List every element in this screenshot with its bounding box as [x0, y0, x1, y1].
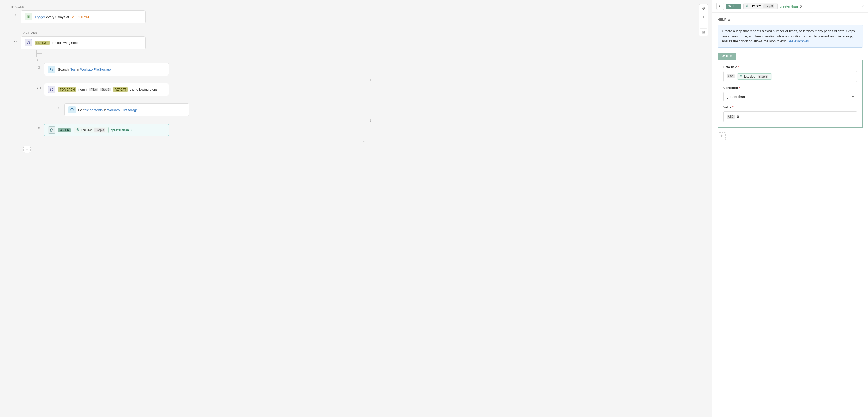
add-step-container: +: [23, 146, 702, 153]
data-field-step-badge: Step 3: [757, 75, 769, 78]
condition-select[interactable]: is present is not present equals does no…: [723, 92, 857, 101]
arrow-to-5: ↓: [54, 97, 702, 103]
step-number-2: ▾ 2: [10, 36, 21, 43]
step-cell-1: Trigger every 5 days at 12:00:00 AM: [21, 10, 702, 23]
help-content: Create a loop that repeats a fixed numbe…: [717, 25, 863, 48]
zoom-in-button[interactable]: +: [700, 13, 707, 20]
condition-required: *: [739, 86, 740, 90]
header-condition: greater than: [780, 4, 798, 8]
bottom-arrow: ↓: [26, 138, 702, 144]
trigger-icon: [25, 13, 32, 21]
value-required: *: [732, 106, 734, 109]
collapse-2[interactable]: ▾: [13, 40, 15, 43]
trigger-time: 12:00:00 AM: [70, 15, 89, 19]
step-card-while[interactable]: WHILE List size Step 3 greater t: [44, 124, 169, 137]
arrow-5-6: ↓: [39, 117, 702, 124]
header-while-badge: WHILE: [726, 4, 741, 9]
get-icon: [68, 106, 75, 113]
step-card-get[interactable]: Get file contents in Workato FileStorage: [64, 103, 189, 116]
step-row-1: 1 Trigger every 5 days at 12:00:00 AM: [10, 10, 702, 23]
while-step-text: WHILE List size Step 3 greater t: [58, 127, 132, 133]
step-row-5: 5 Get file contents in: [54, 103, 702, 116]
data-field-label: Data field *: [723, 65, 857, 69]
arrow-3-4: ↓: [39, 77, 702, 83]
back-button[interactable]: [716, 3, 724, 10]
step-number-6: 6: [34, 124, 44, 130]
search-icon: [48, 66, 55, 73]
header-pill-label: List size: [750, 4, 762, 8]
get-text: Get file contents in Workato FileStorage: [78, 108, 138, 112]
refresh-button[interactable]: ↺: [700, 5, 707, 12]
help-chevron: ∧: [728, 18, 731, 22]
header-pill-icon: [746, 4, 749, 8]
step-cell-5: Get file contents in Workato FileStorage: [64, 103, 702, 116]
foreach-icon: [48, 86, 55, 93]
step-row-3: 3 Search files in Workato FileStorage: [34, 63, 702, 76]
step-card-trigger[interactable]: Trigger every 5 days at 12:00:00 AM: [21, 10, 146, 23]
data-field-required: *: [738, 65, 739, 69]
while-step-ref: Step 3: [94, 128, 105, 132]
condition-label: Condition *: [723, 86, 857, 90]
value-abc: ABC: [726, 115, 735, 118]
trigger-text: Trigger every 5 days at 12:00:00 AM: [35, 15, 89, 19]
repeat-badge-4: REPEAT: [113, 88, 128, 92]
while-condition: greater than 0: [111, 128, 132, 132]
step-card-search[interactable]: Search files in Workato FileStorage: [44, 63, 169, 76]
step-number-5: 5: [54, 103, 64, 110]
step-row-4: ▾ 4 FOR EACH item in Files Step: [34, 83, 702, 96]
header-value: 0: [800, 4, 802, 8]
canvas-panel: ↺ + − ⊞ TRIGGER 1 Trigger every 5: [0, 0, 712, 417]
fit-button[interactable]: ⊞: [700, 28, 707, 36]
zoom-out-button[interactable]: −: [700, 21, 707, 28]
files-link: files: [70, 67, 75, 71]
filestorage-link-5: Workato FileStorage: [107, 108, 138, 112]
while-icon: [48, 126, 55, 134]
while-pill: List size Step 3: [74, 127, 108, 133]
nested-under-4: ↓ 5: [47, 97, 702, 117]
arrow-to-3: ↓: [34, 57, 702, 63]
panel-header: WHILE List size Step 3 greater than 0 ×: [712, 0, 868, 13]
trigger-text-prefix: every 5 days at: [46, 15, 70, 19]
repeat-text: REPEAT the following steps: [35, 41, 79, 45]
collapse-4[interactable]: ▾: [37, 87, 38, 90]
step-cell-2: REPEAT the following steps: [21, 36, 702, 49]
step-card-foreach[interactable]: FOR EACH item in Files Step 3 REPEAT the…: [44, 83, 169, 96]
actions-section-label: ACTIONS: [23, 31, 702, 34]
step-row-2: ▾ 2 REPEAT the following steps: [10, 36, 702, 49]
help-label: HELP: [717, 18, 726, 22]
step3-badge: Step 3: [100, 88, 111, 91]
add-step-button[interactable]: +: [23, 146, 31, 153]
condition-select-wrapper: is present is not present equals does no…: [723, 92, 857, 101]
foreach-badge: FOR EACH: [58, 88, 76, 92]
while-tab[interactable]: WHILE: [717, 53, 736, 60]
while-pill-icon: [76, 128, 80, 132]
filestorage-link-3: Workato FileStorage: [80, 67, 111, 71]
search-text: Search files in Workato FileStorage: [58, 67, 111, 71]
help-toggle[interactable]: HELP ∧: [717, 18, 863, 22]
add-more-button[interactable]: +: [717, 132, 726, 140]
trigger-section-label: TRIGGER: [10, 5, 702, 8]
value-text: 0: [737, 115, 739, 118]
header-data-pill: List size Step 3: [743, 3, 778, 9]
data-field-pill-label: List size: [744, 75, 755, 78]
data-field-pill-icon: [739, 74, 743, 79]
right-panel: WHILE List size Step 3 greater than 0 × …: [712, 0, 868, 417]
step-number-3: 3: [34, 63, 44, 70]
repeat-text-content: the following steps: [52, 41, 79, 45]
step-row-6: 6 WHILE: [34, 124, 702, 137]
value-label: Value *: [723, 106, 857, 109]
arrow-1-2: ↓: [26, 25, 702, 31]
while-form: Data field * ABC List size Step 3: [717, 60, 863, 128]
file-contents-link: file contents: [85, 108, 103, 112]
value-field[interactable]: ABC 0: [723, 111, 857, 122]
while-badge: WHILE: [58, 128, 71, 132]
close-button[interactable]: ×: [861, 4, 864, 8]
step-card-repeat[interactable]: REPEAT the following steps: [21, 36, 146, 49]
foreach-text: FOR EACH item in Files Step 3 REPEAT the…: [58, 88, 158, 92]
data-field-box[interactable]: ABC List size Step 3: [723, 71, 857, 82]
data-field-abc: ABC: [726, 74, 735, 78]
step-cell-3: Search files in Workato FileStorage: [44, 63, 702, 76]
see-examples-link[interactable]: See examples: [787, 39, 809, 43]
while-section: WHILE Data field * ABC: [717, 53, 863, 140]
header-pill-step: Step 3: [763, 4, 774, 8]
